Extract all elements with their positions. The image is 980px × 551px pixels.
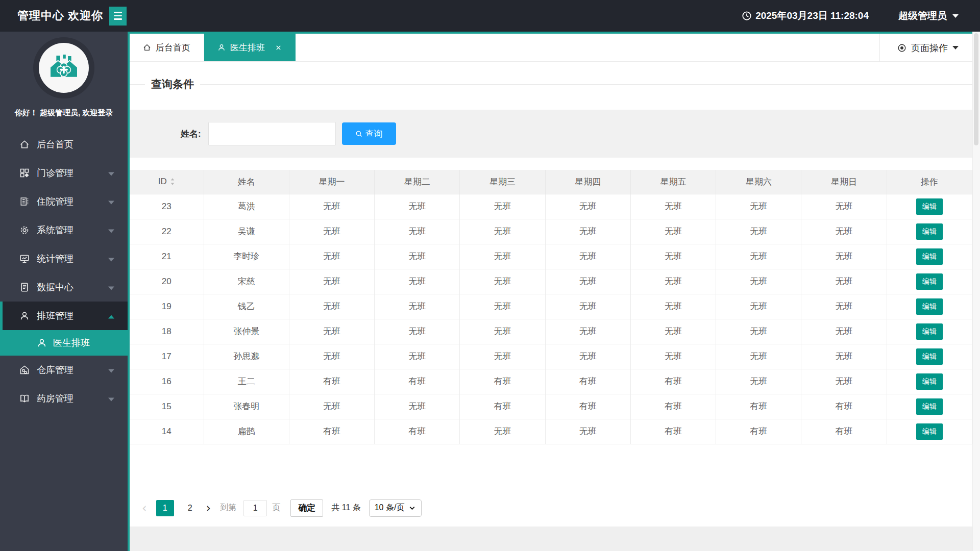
sidebar-item-scheduling[interactable]: 排班管理 [0, 302, 128, 330]
edit-button[interactable]: 编辑 [916, 348, 943, 365]
cell-name: 宋慈 [204, 269, 289, 294]
edit-button[interactable]: 编辑 [916, 373, 943, 390]
cell-id: 21 [130, 244, 204, 269]
main-area: 后台首页医生排班 页面操作 查询条件 姓名: 查询 ID姓名星期一星期二星期三星… [130, 32, 980, 517]
sidebar-item-label: 排班管理 [37, 310, 74, 322]
column-header-星期三: 星期三 [460, 170, 545, 194]
tabs: 后台首页医生排班 [130, 34, 296, 61]
cell-shift: 无班 [375, 219, 460, 244]
sidebar-item-home[interactable]: 后台首页 [0, 130, 128, 159]
page-button-2[interactable]: 2 [181, 500, 199, 516]
edit-button[interactable]: 编辑 [916, 323, 943, 340]
document-icon [19, 282, 30, 292]
edit-button[interactable]: 编辑 [916, 223, 943, 240]
query-section-header: 查询条件 [130, 74, 972, 94]
cell-shift: 有班 [801, 419, 887, 444]
page-actions-dropdown[interactable]: 页面操作 [879, 34, 980, 62]
topbar-right: 2025年03月23日 11:28:04 超级管理员 [742, 9, 980, 22]
confirm-button[interactable]: 确定 [290, 499, 323, 517]
cell-name: 李时珍 [204, 244, 289, 269]
per-page-select[interactable]: 10 条/页 [369, 499, 422, 517]
cell-shift: 无班 [289, 344, 374, 369]
cell-shift: 有班 [375, 419, 460, 444]
greeting-text: 你好！ 超级管理员, 欢迎登录 [0, 108, 128, 118]
pagination: ‹12›到第页确定共 11 条10 条/页 [142, 499, 972, 517]
cell-shift: 无班 [801, 219, 887, 244]
edit-button[interactable]: 编辑 [916, 423, 943, 440]
cell-actions: 编辑 [887, 294, 972, 319]
gear-icon [19, 225, 30, 235]
close-icon[interactable] [275, 44, 282, 52]
home-icon [143, 43, 151, 52]
total-count: 共 11 条 [331, 503, 361, 513]
cell-actions: 编辑 [887, 244, 972, 269]
cell-name: 张春明 [204, 394, 289, 419]
cell-shift: 无班 [801, 194, 887, 219]
cell-shift: 无班 [375, 244, 460, 269]
cell-shift: 无班 [289, 294, 374, 319]
sidebar-item-inpatient[interactable]: 住院管理 [0, 187, 128, 216]
scrollbar-thumb[interactable] [974, 33, 978, 145]
cell-shift: 无班 [545, 344, 630, 369]
cell-name: 扁鹊 [204, 419, 289, 444]
cell-shift: 无班 [289, 319, 374, 344]
cell-shift: 无班 [460, 344, 545, 369]
user-menu[interactable]: 超级管理员 [898, 9, 959, 22]
home-icon [19, 139, 30, 149]
cell-shift: 无班 [289, 269, 374, 294]
user-name: 超级管理员 [898, 9, 947, 22]
search-button[interactable]: 查询 [342, 122, 396, 145]
name-input[interactable] [208, 122, 336, 145]
book-icon [19, 393, 30, 404]
app-title: 管理中心 欢迎你 [17, 8, 103, 23]
cell-shift: 无班 [375, 319, 460, 344]
cell-shift: 无班 [716, 269, 801, 294]
sidebar-item-label: 统计管理 [37, 253, 74, 265]
cell-shift: 无班 [630, 194, 716, 219]
menu-toggle-button[interactable] [109, 7, 127, 26]
chevron-down-icon [108, 254, 114, 264]
hospital-logo-icon [47, 51, 81, 85]
cell-shift: 无班 [289, 219, 374, 244]
per-page-label: 10 条/页 [375, 503, 405, 513]
sidebar-item-outpatient[interactable]: 门诊管理 [0, 159, 128, 187]
cell-actions: 编辑 [887, 394, 972, 419]
sidebar-item-statistics[interactable]: 统计管理 [0, 244, 128, 273]
edit-button[interactable]: 编辑 [916, 273, 943, 290]
cell-shift: 无班 [375, 344, 460, 369]
sidebar-item-label: 住院管理 [37, 195, 74, 208]
column-header-星期一: 星期一 [289, 170, 374, 194]
sidebar-subitem-doctor-schedule[interactable]: 医生排班 [0, 330, 128, 356]
page-unit-label: 页 [272, 503, 280, 513]
cell-shift: 无班 [716, 194, 801, 219]
tab-home[interactable]: 后台首页 [130, 34, 204, 61]
cell-shift: 无班 [801, 344, 887, 369]
page-button-1[interactable]: 1 [156, 500, 174, 516]
chevron-down-icon [952, 46, 959, 49]
edit-button[interactable]: 编辑 [916, 398, 943, 415]
column-header-星期五: 星期五 [630, 170, 716, 194]
sidebar-item-data-center[interactable]: 数据中心 [0, 273, 128, 302]
cell-shift: 无班 [716, 344, 801, 369]
sidebar: 你好！ 超级管理员, 欢迎登录 后台首页门诊管理住院管理系统管理统计管理数据中心… [0, 32, 128, 551]
sort-icon[interactable] [170, 178, 175, 186]
edit-button[interactable]: 编辑 [916, 298, 943, 315]
edit-button[interactable]: 编辑 [916, 248, 943, 265]
sidebar-item-system[interactable]: 系统管理 [0, 216, 128, 244]
cell-shift: 无班 [801, 369, 887, 394]
tab-doctor-schedule[interactable]: 医生排班 [204, 34, 296, 61]
sidebar-item-warehouse[interactable]: 仓库管理 [0, 356, 128, 384]
prev-page-button[interactable]: ‹ [142, 500, 147, 516]
hamburger-icon [114, 12, 122, 13]
scrollbar[interactable] [972, 32, 980, 551]
cell-shift: 无班 [460, 419, 545, 444]
next-page-button[interactable]: › [206, 500, 211, 516]
cell-shift: 无班 [801, 319, 887, 344]
edit-button[interactable]: 编辑 [916, 198, 943, 215]
goto-page-input[interactable] [243, 500, 267, 516]
cell-shift: 无班 [460, 219, 545, 244]
cell-shift: 有班 [545, 369, 630, 394]
cell-shift: 有班 [801, 394, 887, 419]
sidebar-item-pharmacy[interactable]: 药房管理 [0, 384, 128, 413]
cell-shift: 无班 [375, 394, 460, 419]
